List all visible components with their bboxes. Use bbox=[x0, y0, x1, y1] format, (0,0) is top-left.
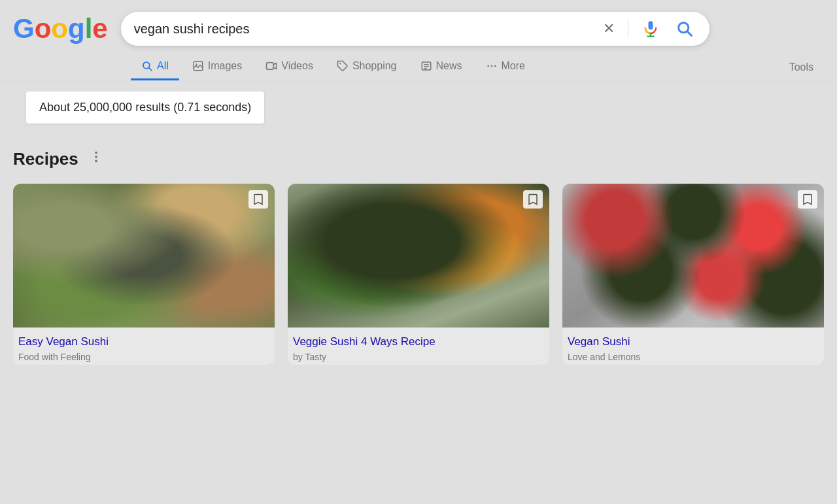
recipe-source-2: by Tasty bbox=[293, 352, 544, 362]
recipe-source-1: Food with Feeling bbox=[18, 352, 269, 362]
dots-icon bbox=[486, 60, 498, 72]
tab-more[interactable]: More bbox=[475, 54, 536, 80]
tab-all-label: All bbox=[157, 60, 169, 72]
recipe-image-3 bbox=[562, 184, 824, 328]
results-summary-text: About 25,000,000 results (0.71 seconds) bbox=[39, 101, 251, 114]
svg-point-15 bbox=[487, 65, 489, 67]
svg-rect-0 bbox=[648, 21, 653, 29]
search-input[interactable]: vegan sushi recipes bbox=[134, 22, 590, 37]
tools-button[interactable]: Tools bbox=[779, 55, 824, 80]
google-logo: Google bbox=[13, 13, 108, 44]
newspaper-icon bbox=[420, 60, 432, 72]
svg-rect-9 bbox=[267, 63, 274, 70]
recipes-menu-button[interactable] bbox=[86, 147, 106, 171]
tab-more-label: More bbox=[502, 60, 525, 72]
svg-line-4 bbox=[687, 31, 691, 35]
recipe-image-wrapper-1 bbox=[13, 184, 275, 328]
tag-icon bbox=[337, 60, 349, 72]
tab-shopping-label: Shopping bbox=[352, 60, 397, 72]
bookmark-button-1[interactable] bbox=[248, 190, 268, 209]
svg-point-19 bbox=[95, 156, 97, 158]
svg-point-10 bbox=[339, 63, 341, 64]
nav-tabs: All Images Videos Shopping News More Too… bbox=[0, 46, 837, 81]
recipes-grid: Easy Vegan Sushi Food with Feeling Veggi… bbox=[13, 184, 824, 365]
search-icon bbox=[141, 60, 153, 72]
recipe-image-1 bbox=[13, 184, 275, 328]
bookmark-icon-2 bbox=[527, 193, 539, 205]
recipe-title-2: Veggie Sushi 4 Ways Recipe bbox=[293, 335, 544, 348]
results-info-container: About 25,000,000 results (0.71 seconds) bbox=[0, 81, 837, 134]
close-icon: ✕ bbox=[603, 20, 615, 37]
tools-label: Tools bbox=[789, 61, 813, 73]
svg-point-20 bbox=[95, 160, 97, 163]
svg-point-16 bbox=[490, 65, 492, 67]
results-summary-box: About 25,000,000 results (0.71 seconds) bbox=[26, 92, 264, 124]
recipe-info-2: Veggie Sushi 4 Ways Recipe by Tasty bbox=[288, 328, 549, 365]
tab-images[interactable]: Images bbox=[182, 54, 252, 80]
bookmark-button-3[interactable] bbox=[798, 190, 817, 209]
tab-news[interactable]: News bbox=[410, 54, 473, 80]
recipe-image-wrapper-3 bbox=[562, 184, 824, 328]
recipe-info-3: Vegan Sushi Love and Lemons bbox=[562, 328, 824, 365]
recipe-title-3: Vegan Sushi bbox=[568, 335, 819, 348]
voice-search-button[interactable] bbox=[636, 18, 665, 39]
divider bbox=[628, 20, 628, 38]
video-icon bbox=[265, 60, 277, 72]
tab-videos-label: Videos bbox=[281, 60, 313, 72]
recipe-title-1: Easy Vegan Sushi bbox=[18, 335, 269, 348]
bookmark-icon-3 bbox=[802, 193, 813, 205]
search-bar-wrapper: vegan sushi recipes ✕ bbox=[121, 12, 709, 46]
search-submit-button[interactable] bbox=[673, 18, 696, 39]
bookmark-icon-1 bbox=[252, 193, 264, 205]
tab-all[interactable]: All bbox=[131, 54, 179, 80]
recipes-section: Recipes Easy Vegan Sushi Food wit bbox=[0, 147, 837, 365]
recipe-card-1[interactable]: Easy Vegan Sushi Food with Feeling bbox=[13, 184, 275, 365]
recipes-header: Recipes bbox=[13, 147, 824, 171]
recipe-image-wrapper-2 bbox=[288, 184, 549, 328]
tab-news-label: News bbox=[436, 60, 462, 72]
svg-point-8 bbox=[196, 63, 197, 65]
recipe-card-2[interactable]: Veggie Sushi 4 Ways Recipe by Tasty bbox=[288, 184, 549, 365]
microphone-icon bbox=[641, 20, 660, 38]
recipe-image-2 bbox=[288, 184, 549, 328]
tab-videos[interactable]: Videos bbox=[255, 54, 324, 80]
vertical-dots-icon bbox=[89, 150, 103, 164]
header: Google vegan sushi recipes ✕ bbox=[0, 0, 837, 46]
recipe-card-3[interactable]: Vegan Sushi Love and Lemons bbox=[562, 184, 824, 365]
bookmark-button-2[interactable] bbox=[523, 190, 543, 209]
svg-point-18 bbox=[95, 152, 97, 154]
search-bar: vegan sushi recipes ✕ bbox=[121, 12, 709, 46]
recipes-title: Recipes bbox=[13, 149, 78, 169]
recipe-info-1: Easy Vegan Sushi Food with Feeling bbox=[13, 328, 275, 365]
svg-point-17 bbox=[494, 65, 496, 67]
image-icon bbox=[192, 60, 204, 72]
tab-images-label: Images bbox=[208, 60, 242, 72]
recipe-source-3: Love and Lemons bbox=[568, 352, 819, 362]
search-icon bbox=[675, 20, 694, 38]
tab-shopping[interactable]: Shopping bbox=[326, 54, 407, 80]
svg-line-6 bbox=[149, 68, 152, 71]
clear-button[interactable]: ✕ bbox=[598, 19, 620, 39]
